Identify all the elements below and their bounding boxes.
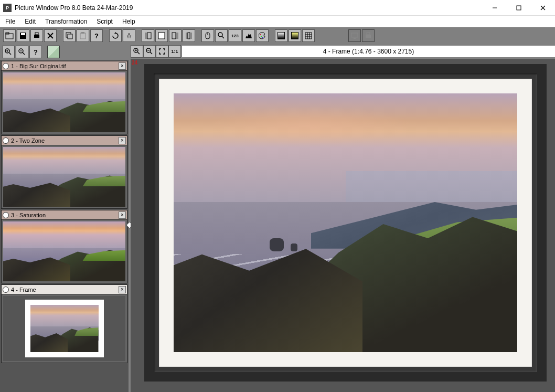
workspace: ? 1 - Big Sur Original.tif × 2 - Two Zon… [0, 44, 555, 392]
numbers-tool-button[interactable]: 123 [229, 29, 241, 42]
maximize-button[interactable] [507, 0, 531, 16]
view-mode-3-button[interactable] [169, 29, 182, 42]
radio-icon[interactable] [3, 212, 9, 218]
svg-rect-14 [80, 33, 86, 39]
radio-icon[interactable] [3, 63, 9, 69]
frame-mat [159, 79, 532, 367]
radio-icon[interactable] [3, 137, 9, 144]
thumbnail-image[interactable] [2, 71, 127, 134]
thumbnail-list: 1 - Big Sur Original.tif × 2 - Two Zone … [0, 60, 129, 392]
svg-rect-23 [188, 33, 190, 39]
menu-transformation[interactable]: Transformation [45, 18, 87, 25]
view-zoom-out-button[interactable] [143, 45, 156, 58]
svg-rect-38 [367, 33, 370, 35]
close-icon[interactable]: × [119, 211, 126, 219]
svg-rect-17 [145, 33, 147, 39]
menu-edit[interactable]: Edit [25, 18, 36, 25]
window-title: Picture Window Pro 8.0 Beta 24-Mar-2019 [15, 4, 133, 12]
svg-rect-30 [305, 33, 312, 39]
thumbnail-item-1[interactable]: 1 - Big Sur Original.tif × [1, 61, 127, 134]
view-zoom-in-button[interactable] [131, 45, 143, 58]
thumbnail-header[interactable]: 2 - Two Zone × [2, 136, 127, 145]
frame-outer [144, 64, 547, 382]
open-button[interactable] [3, 29, 16, 42]
side-toolbar: ? [0, 44, 129, 60]
refresh-button[interactable] [109, 29, 122, 42]
print-button[interactable] [30, 29, 43, 42]
title-bar: P Picture Window Pro 8.0 Beta 24-Mar-201… [0, 0, 555, 16]
svg-rect-21 [176, 33, 178, 39]
thumbnail-header[interactable]: 4 - Frame × [2, 285, 127, 294]
ruler-label: 24 [132, 60, 137, 66]
close-icon[interactable]: × [119, 137, 126, 144]
svg-point-29 [262, 37, 263, 38]
mouse-tool-button[interactable] [201, 29, 214, 42]
svg-point-25 [218, 33, 222, 37]
svg-rect-37 [366, 35, 371, 38]
thumbnail-label: 2 - Two Zone [11, 137, 45, 144]
canvas-area[interactable]: 24 [131, 59, 555, 392]
close-icon[interactable]: × [119, 62, 126, 70]
run-button[interactable] [123, 29, 135, 42]
thumbnail-item-4[interactable]: 4 - Frame × [1, 284, 127, 363]
menu-file[interactable]: File [5, 18, 15, 25]
thumbnail-image[interactable] [2, 294, 127, 363]
frame-bevel [154, 73, 537, 372]
color-swatch[interactable] [47, 46, 60, 58]
svg-line-40 [9, 52, 11, 55]
help-button[interactable]: ? [90, 29, 103, 42]
thumbnail-item-3[interactable]: 3 - Saturation × [1, 210, 127, 283]
save-button[interactable] [17, 29, 29, 42]
close-button[interactable] [531, 0, 555, 16]
palette-button[interactable] [256, 29, 269, 42]
svg-point-27 [260, 34, 261, 35]
view-fit-button[interactable] [156, 45, 168, 58]
view-toolbar: 1:1 4 - Frame (1:4.76 - 3600 x 2715) [131, 44, 555, 59]
thumbnail-item-2[interactable]: 2 - Two Zone × [1, 135, 127, 209]
thumbnail-image[interactable] [2, 145, 127, 208]
svg-rect-18 [147, 33, 151, 39]
menu-script[interactable]: Script [97, 18, 113, 25]
minimize-button[interactable] [483, 0, 507, 16]
svg-rect-15 [81, 32, 84, 34]
svg-rect-13 [68, 34, 72, 39]
view-ratio-button[interactable]: 1:1 [168, 45, 181, 58]
thumbnail-label: 1 - Big Sur Original.tif [11, 63, 66, 69]
side-zoom-out-button[interactable] [16, 46, 28, 58]
menu-help[interactable]: Help [122, 18, 135, 25]
svg-line-47 [137, 52, 140, 54]
copy-button[interactable] [63, 29, 76, 42]
svg-point-28 [261, 36, 262, 37]
svg-rect-24 [190, 33, 192, 39]
paste-button[interactable] [77, 29, 89, 42]
view-mode-1-button[interactable] [142, 29, 154, 42]
svg-rect-19 [158, 33, 165, 39]
side-help-button[interactable]: ? [29, 46, 42, 58]
radio-icon[interactable] [3, 287, 9, 293]
histogram-button[interactable] [242, 29, 255, 42]
view-title: 4 - Frame (1:4.76 - 3600 x 2715) [182, 46, 555, 57]
view-mode-4-button[interactable] [183, 29, 195, 42]
print-disabled-button[interactable] [362, 29, 375, 42]
menu-bar: File Edit Transformation Script Help [0, 16, 555, 27]
main-view: 1:1 4 - Frame (1:4.76 - 3600 x 2715) 24 [131, 44, 555, 392]
view-mode-2-button[interactable] [155, 29, 168, 42]
svg-rect-1 [517, 6, 521, 10]
monitor-button[interactable] [348, 29, 361, 42]
svg-line-26 [222, 36, 224, 38]
svg-line-51 [150, 52, 152, 54]
app-icon: P [3, 4, 12, 12]
grid-button[interactable] [302, 29, 315, 42]
delete-button[interactable] [44, 29, 57, 42]
close-icon[interactable]: × [119, 286, 126, 293]
side-zoom-in-button[interactable] [2, 46, 15, 58]
thumbnail-header[interactable]: 3 - Saturation × [2, 210, 127, 220]
svg-line-44 [23, 52, 25, 55]
svg-point-16 [128, 33, 130, 35]
picker-tool-button[interactable] [215, 29, 228, 42]
thumbnail-header[interactable]: 1 - Big Sur Original.tif × [2, 61, 127, 71]
gradient-1-button[interactable] [275, 29, 287, 42]
thumbnail-image[interactable] [2, 220, 127, 283]
svg-rect-20 [172, 33, 176, 39]
gradient-2-button[interactable] [289, 29, 301, 42]
